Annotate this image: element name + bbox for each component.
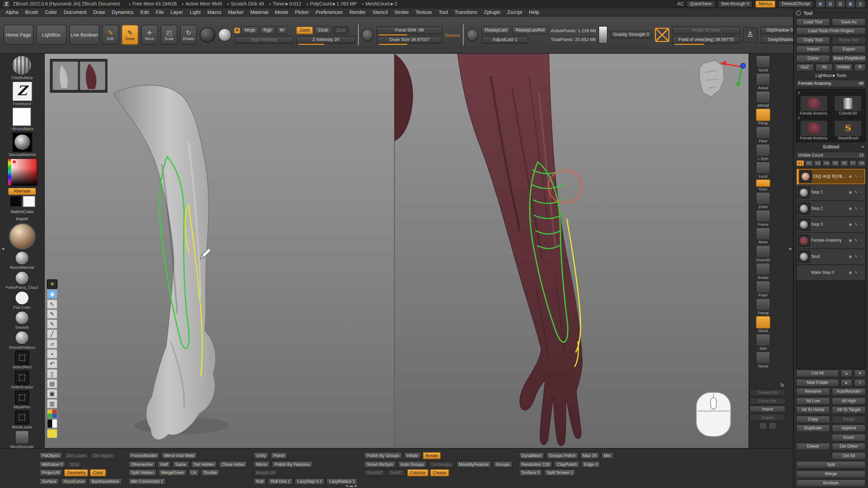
sculpt-icon[interactable] bbox=[853, 190, 859, 195]
menu-item[interactable]: Light bbox=[190, 9, 201, 15]
panel-button[interactable]: Close Holes bbox=[219, 461, 247, 468]
draw-button[interactable]: Draw bbox=[122, 25, 138, 45]
panel-button[interactable]: Polish bbox=[270, 452, 287, 459]
clipboard-icon[interactable]: ▥ bbox=[47, 399, 57, 408]
list-all-button[interactable]: List All bbox=[796, 370, 839, 378]
panel-button[interactable]: Polish By Groups bbox=[364, 452, 402, 459]
pen-icon[interactable]: ✎ bbox=[47, 309, 57, 319]
printer-icon[interactable]: ▤ bbox=[47, 379, 57, 388]
z-intensity-slider[interactable]: Z Intensity 20 bbox=[296, 36, 355, 43]
subtool-row[interactable]: Skull bbox=[796, 249, 865, 265]
eye-icon[interactable] bbox=[848, 206, 853, 211]
left-tray-item[interactable] bbox=[9, 196, 35, 207]
visible-count-slider[interactable]: Visible Count 13 bbox=[796, 151, 866, 159]
sculpt-icon[interactable] bbox=[853, 174, 859, 179]
sculpt-icon[interactable] bbox=[853, 254, 859, 259]
menu-item[interactable]: Alpha bbox=[5, 9, 18, 15]
panel-button[interactable]: Auto Groups bbox=[397, 461, 427, 468]
menu-item[interactable]: Stencil bbox=[373, 9, 388, 15]
tool-thumbnail[interactable]: 7 Female Anatomy bbox=[798, 91, 830, 115]
marker-icon[interactable]: ✎ bbox=[47, 319, 57, 329]
more-icon[interactable] bbox=[859, 190, 864, 195]
paste-tool-button[interactable]: Paste Tool bbox=[832, 36, 866, 44]
left-tray-item[interactable]: FreeHand bbox=[12, 81, 32, 106]
menu-item[interactable]: Zscript bbox=[507, 9, 522, 15]
left-tray-item[interactable]: Alternate bbox=[8, 187, 35, 195]
panel-button[interactable]: DelMT bbox=[388, 469, 406, 476]
panel-button[interactable]: Surface 0 bbox=[518, 469, 542, 476]
goz-r-button[interactable]: R bbox=[854, 64, 866, 72]
shelf-button[interactable]: Ghost bbox=[753, 316, 773, 333]
dynamic-label[interactable]: Dynamic bbox=[445, 33, 460, 37]
subtool-row[interactable]: Step 3 bbox=[796, 217, 865, 232]
split-section-button[interactable]: Split bbox=[796, 461, 866, 469]
panel-button[interactable]: MergeDown bbox=[158, 469, 187, 476]
gravity-strength-slider[interactable]: Gravity Strength 0 bbox=[610, 31, 652, 39]
panel-button[interactable]: Mirror And Weld bbox=[161, 452, 197, 459]
make-polymesh3d-button[interactable]: Make PolyMesh3D bbox=[832, 55, 866, 62]
shelf-button[interactable]: Zoom bbox=[753, 192, 773, 209]
all-high-button[interactable]: All High bbox=[832, 397, 866, 405]
goz-all-button[interactable]: All bbox=[815, 64, 833, 72]
subtool-section-header[interactable]: Subtool bbox=[796, 143, 866, 150]
tablet-icon[interactable]: ▧ bbox=[826, 1, 835, 7]
panel-button[interactable]: Half bbox=[158, 461, 171, 468]
panel-button[interactable]: Geometry bbox=[64, 469, 88, 476]
more-icon[interactable] bbox=[859, 238, 864, 243]
shelf-button[interactable]: Gxyz bbox=[753, 179, 773, 191]
menu-item[interactable]: Macro bbox=[208, 9, 221, 15]
rotate-button[interactable]: Rotate bbox=[180, 25, 197, 45]
shelf-button[interactable]: Floor bbox=[753, 126, 773, 143]
more-icon[interactable] bbox=[859, 206, 864, 211]
texture-strip-button[interactable]: Clone Txtr bbox=[750, 397, 785, 404]
subtool-view-tab[interactable]: V4 bbox=[822, 160, 830, 167]
texture-thumb-icon[interactable] bbox=[759, 422, 767, 429]
menu-item[interactable]: Tool bbox=[439, 9, 448, 15]
merge-section-button[interactable]: Merge bbox=[796, 470, 866, 478]
panel-button[interactable]: Unify bbox=[253, 452, 269, 459]
window-icon[interactable]: ▩ bbox=[846, 1, 855, 7]
document-canvas[interactable]: ☀ ◉ ↖ ✎ ✎ ╱ ▱ • ↶ ▯ ▤ ▣ bbox=[45, 54, 749, 448]
panel-button[interactable]: Del Hidden bbox=[191, 461, 217, 468]
zcut-button[interactable]: Zcut bbox=[333, 26, 348, 34]
menu-item[interactable]: File bbox=[156, 9, 164, 15]
move-up-button[interactable] bbox=[841, 370, 852, 378]
subtool-view-tab[interactable]: V3 bbox=[814, 160, 822, 167]
panel-button[interactable]: Del Higher bbox=[90, 452, 116, 459]
copy-subtool-button[interactable]: Copy bbox=[796, 415, 830, 423]
delete-button[interactable]: Delete bbox=[796, 443, 830, 450]
panel-button[interactable]: Colorize bbox=[407, 469, 428, 476]
menu-item[interactable]: Dynamics bbox=[112, 9, 134, 15]
display-icon[interactable]: ▦ bbox=[816, 1, 825, 7]
replay-last-button[interactable]: ReplayLast bbox=[481, 26, 511, 34]
append-button[interactable]: Append bbox=[832, 424, 866, 432]
goz-visible-button[interactable]: Visible bbox=[835, 64, 852, 72]
subtool-row[interactable]: 13강 여성 3단계 바디 각각 - [삼각 bbox=[796, 168, 865, 184]
document-thumbnails[interactable] bbox=[50, 59, 107, 93]
rgb-intensity-slider[interactable]: Rgb Intensity bbox=[234, 36, 293, 43]
bw-swatch-icon[interactable] bbox=[47, 419, 57, 428]
quicksave-button[interactable]: QuickSave bbox=[687, 0, 715, 7]
panel-button[interactable]: Max 25 bbox=[580, 452, 599, 459]
more-icon[interactable] bbox=[859, 254, 864, 259]
sculpt-icon[interactable] bbox=[853, 222, 859, 227]
shelf-button[interactable]: AAHalf bbox=[753, 91, 773, 108]
left-tray-item[interactable]: MaskLasso bbox=[12, 410, 32, 429]
default-zscript-button[interactable]: DefaultZScript bbox=[778, 0, 813, 7]
panel-button[interactable]: Inflate bbox=[404, 452, 421, 459]
panel-button[interactable]: Uv bbox=[188, 469, 199, 476]
subtool-view-tab[interactable]: V5 bbox=[831, 160, 839, 167]
more-icon[interactable] bbox=[859, 222, 864, 227]
import-button[interactable]: Import bbox=[796, 45, 830, 53]
obj-shadow-slider[interactable]: ObjShadow 0.3 bbox=[760, 26, 793, 34]
panel-button[interactable]: ProjectAll bbox=[39, 469, 62, 476]
sculpt-icon[interactable] bbox=[853, 270, 859, 275]
subtool-row[interactable]: Make Step 0 bbox=[796, 265, 865, 281]
tool-thumbnail[interactable]: 7 Female Anatomy bbox=[798, 116, 830, 140]
tool-thumbnail[interactable]: Cylinder3D bbox=[832, 91, 864, 115]
replay-last-rel-button[interactable]: ReplayLastRel bbox=[512, 26, 548, 34]
shelf-button[interactable]: Actual bbox=[753, 73, 773, 90]
left-tray-item[interactable]: ClayBuildup bbox=[11, 55, 33, 80]
panel-button[interactable]: BackfaceMask bbox=[89, 478, 122, 485]
shelf-button[interactable]: Rotate bbox=[753, 263, 773, 280]
